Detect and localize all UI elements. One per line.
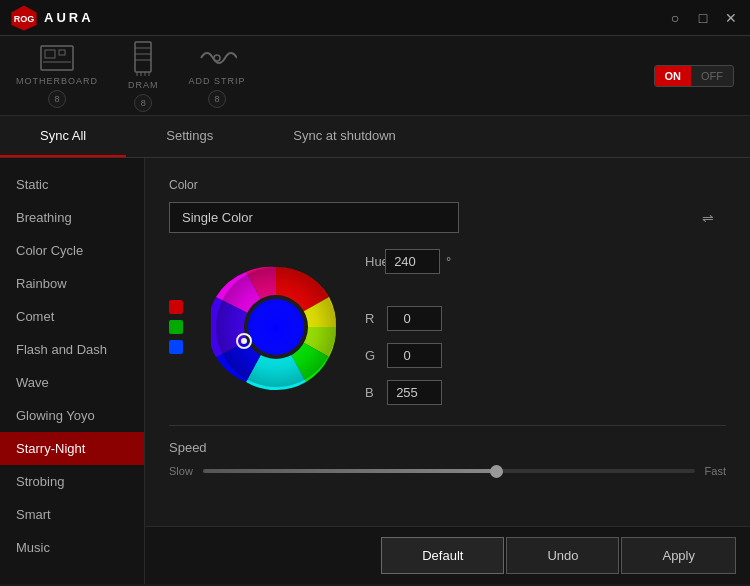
tab-settings[interactable]: Settings — [126, 116, 253, 157]
svg-rect-3 — [45, 50, 55, 58]
sidebar-item-wave[interactable]: Wave — [0, 366, 144, 399]
svg-rect-6 — [135, 42, 151, 72]
motherboard-badge: 8 — [48, 90, 66, 108]
sidebar-item-music[interactable]: Music — [0, 531, 144, 564]
color-mode-select[interactable]: Single Color Gradient Custom — [169, 202, 459, 233]
g-label: G — [365, 348, 379, 363]
sidebar-item-comet[interactable]: Comet — [0, 300, 144, 333]
dram-label: DRAM — [128, 80, 159, 90]
toggle-off[interactable]: OFF — [691, 66, 733, 86]
default-button[interactable]: Default — [381, 537, 504, 574]
rgb-b-row: B — [365, 380, 451, 405]
apply-button[interactable]: Apply — [621, 537, 736, 574]
add-strip-icon — [197, 44, 237, 72]
device-dram[interactable]: DRAM 8 — [128, 40, 159, 112]
hue-input[interactable] — [385, 249, 440, 274]
rog-logo-icon: ROG — [10, 4, 38, 32]
color-swatches — [169, 300, 183, 354]
maximize-button[interactable]: □ — [694, 10, 712, 26]
swatch-red[interactable] — [169, 300, 183, 314]
rgb-g-row: G — [365, 343, 451, 368]
speed-label: Speed — [169, 440, 726, 455]
undo-button[interactable]: Undo — [506, 537, 619, 574]
device-motherboard[interactable]: MOTHERBOARD 8 — [16, 44, 98, 108]
main-tabs: Sync All Settings Sync at shutdown — [0, 116, 750, 158]
tab-sync-at-shutdown[interactable]: Sync at shutdown — [253, 116, 436, 157]
hue-rgb-inputs: Hue ° R G B — [365, 249, 451, 405]
minimize-button[interactable]: ○ — [666, 10, 684, 26]
sidebar-item-flash-and-dash[interactable]: Flash and Dash — [0, 333, 144, 366]
close-button[interactable]: ✕ — [722, 10, 740, 26]
main-content: Static Breathing Color Cycle Rainbow Com… — [0, 158, 750, 584]
color-wheel-svg — [211, 262, 341, 392]
sidebar-item-static[interactable]: Static — [0, 168, 144, 201]
color-wheel[interactable] — [211, 262, 341, 392]
device-bar: MOTHERBOARD 8 DRAM 8 ADD STRIP 8 ON OFF — [0, 36, 750, 116]
color-picker-area: Hue ° R G B — [169, 249, 726, 405]
sidebar-item-breathing[interactable]: Breathing — [0, 201, 144, 234]
motherboard-icon — [39, 44, 75, 72]
svg-text:ROG: ROG — [14, 14, 35, 24]
fast-label: Fast — [705, 465, 726, 477]
swatch-green[interactable] — [169, 320, 183, 334]
title-bar: ROG AURA ○ □ ✕ — [0, 0, 750, 36]
speed-slider[interactable] — [203, 469, 695, 473]
dram-icon — [129, 40, 157, 76]
sidebar-item-strobing[interactable]: Strobing — [0, 465, 144, 498]
bottom-action-bar: Default Undo Apply — [145, 526, 750, 584]
sidebar-item-rainbow[interactable]: Rainbow — [0, 267, 144, 300]
speed-slider-container: Slow Fast — [169, 465, 726, 477]
toggle-on[interactable]: ON — [655, 66, 692, 86]
power-toggle[interactable]: ON OFF — [654, 65, 735, 87]
b-input[interactable] — [387, 380, 442, 405]
r-input[interactable] — [387, 306, 442, 331]
b-label: B — [365, 385, 379, 400]
app-logo: ROG AURA — [10, 4, 94, 32]
r-label: R — [365, 311, 379, 326]
color-section-label: Color — [169, 178, 726, 192]
sidebar-item-color-cycle[interactable]: Color Cycle — [0, 234, 144, 267]
sidebar-item-glowing-yoyo[interactable]: Glowing Yoyo — [0, 399, 144, 432]
dropdown-arrow-icon: ⇌ — [702, 210, 714, 226]
hue-unit: ° — [446, 254, 451, 269]
svg-rect-4 — [59, 50, 65, 55]
svg-point-14 — [214, 55, 220, 61]
speed-section: Speed Slow Fast — [169, 425, 726, 477]
rgb-r-row: R — [365, 306, 451, 331]
sidebar-item-starry-night[interactable]: Starry-Night — [0, 432, 144, 465]
sidebar: Static Breathing Color Cycle Rainbow Com… — [0, 158, 145, 584]
hue-row: Hue ° — [365, 249, 451, 274]
device-add-strip[interactable]: ADD STRIP 8 — [189, 44, 246, 108]
slow-label: Slow — [169, 465, 193, 477]
swatch-blue[interactable] — [169, 340, 183, 354]
sidebar-item-smart[interactable]: Smart — [0, 498, 144, 531]
color-dropdown-container: Single Color Gradient Custom ⇌ — [169, 202, 726, 233]
window-controls: ○ □ ✕ — [666, 10, 740, 26]
divider — [169, 425, 726, 426]
svg-point-20 — [216, 267, 336, 387]
tab-sync-all[interactable]: Sync All — [0, 116, 126, 157]
add-strip-label: ADD STRIP — [189, 76, 246, 86]
app-title: AURA — [44, 10, 94, 25]
motherboard-label: MOTHERBOARD — [16, 76, 98, 86]
add-strip-badge: 8 — [208, 90, 226, 108]
dram-badge: 8 — [134, 94, 152, 112]
hue-label: Hue — [365, 254, 379, 269]
g-input[interactable] — [387, 343, 442, 368]
content-panel: Color Single Color Gradient Custom ⇌ — [145, 158, 750, 584]
